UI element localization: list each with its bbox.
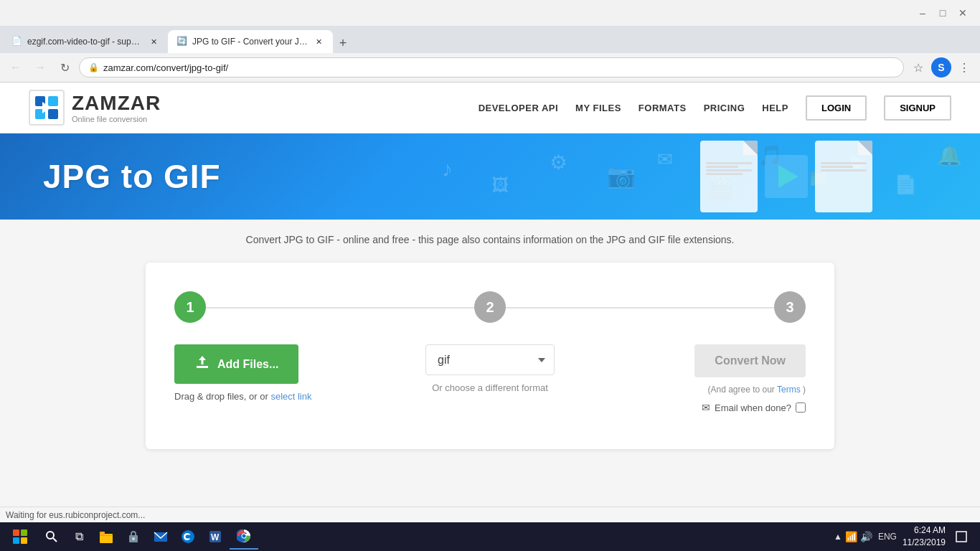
address-bar: ← → ↻ 🔒 zamzar.com/convert/jpg-to-gif/ ☆… — [0, 53, 980, 82]
logo-area[interactable]: ZAMZAR Online file conversion — [29, 90, 161, 126]
tab-2-favicon: 🔄 — [176, 36, 188, 47]
tabs-bar: 📄 ezgif.com-video-to-gif - support ✕ 🔄 J… — [0, 26, 980, 53]
logo-text-area: ZAMZAR Online file conversion — [72, 92, 161, 123]
status-text: Waiting for eus.rubiconproject.com... — [6, 510, 974, 520]
step-3-column: Convert Now (And agree to our Terms ) ✉ … — [605, 344, 806, 413]
logo-name: ZAMZAR — [72, 92, 161, 115]
language-indicator: ENG — [878, 532, 897, 542]
tab-1[interactable]: 📄 ezgif.com-video-to-gif - support ✕ — [3, 30, 168, 53]
mail-button[interactable] — [148, 524, 174, 550]
title-bar: – □ ✕ — [0, 0, 980, 26]
url-text: zamzar.com/convert/jpg-to-gif/ — [103, 62, 228, 73]
secure-icon: 🔒 — [88, 62, 99, 72]
add-files-label: Add Files... — [217, 358, 278, 371]
step-2-column: gif png jpg bmp tiff pdf Or choose a dif… — [390, 344, 590, 393]
signup-button[interactable]: SIGNUP — [884, 95, 951, 121]
taskbar-clock[interactable]: 6:24 AM 11/23/2019 — [903, 524, 946, 549]
converter-box: 1 2 3 Add Files... — [146, 263, 834, 449]
word-button[interactable]: W — [202, 524, 228, 550]
main-section: Convert JPG to GIF - online and free - t… — [0, 220, 980, 471]
tab-1-close[interactable]: ✕ — [148, 36, 159, 47]
email-icon: ✉ — [702, 402, 710, 413]
minimize-button[interactable]: – — [917, 7, 928, 19]
svg-text:🖼: 🖼 — [492, 175, 509, 194]
chrome-taskbar-app[interactable] — [230, 524, 258, 550]
browser-chrome: – □ ✕ 📄 ezgif.com-video-to-gif - support… — [0, 0, 980, 83]
nav-formats[interactable]: FORMATS — [639, 103, 687, 113]
close-button[interactable]: ✕ — [957, 7, 969, 19]
step-3-circle: 3 — [774, 291, 806, 323]
windows-logo — [13, 529, 27, 544]
credential-manager-button[interactable] — [121, 524, 146, 550]
profile-button[interactable]: S — [931, 57, 951, 77]
network-icon: 📶 — [845, 531, 857, 542]
login-button[interactable]: LOGIN — [806, 95, 867, 121]
forward-button[interactable]: → — [30, 57, 50, 77]
terms-link[interactable]: Terms — [777, 385, 801, 395]
system-tray: ▲ 📶 🔊 — [834, 531, 872, 542]
language-text: ENG — [878, 532, 897, 542]
svg-rect-29 — [956, 532, 966, 542]
tab-2[interactable]: 🔄 JPG to GIF - Convert your JPG to... ✕ — [168, 30, 333, 53]
volume-icon[interactable]: 🔊 — [860, 531, 872, 542]
start-button[interactable] — [3, 524, 37, 550]
banner-arrow-icon — [765, 155, 808, 198]
tab-1-title: ezgif.com-video-to-gif - support — [27, 37, 143, 47]
clock-time: 6:24 AM — [903, 524, 946, 537]
new-tab-button[interactable]: + — [333, 33, 353, 53]
file-explorer-button[interactable] — [93, 524, 119, 550]
svg-point-23 — [182, 530, 194, 543]
tab-2-title: JPG to GIF - Convert your JPG to... — [192, 37, 308, 47]
svg-text:📄: 📄 — [894, 173, 918, 196]
svg-text:♪: ♪ — [442, 157, 453, 181]
nav-my-files[interactable]: MY FILES — [575, 103, 621, 113]
tab-2-close[interactable]: ✕ — [313, 36, 324, 47]
banner: JPG to GIF ♪ 🖼 ⚙ 📷 ✉ 🎬 🎵 📁 ▶ 📄 🔔 — [0, 133, 980, 220]
banner-title: JPG to GIF — [43, 157, 221, 196]
bookmark-button[interactable]: ☆ — [908, 57, 928, 77]
nav-links: DEVELOPER API MY FILES FORMATS PRICING H… — [479, 95, 951, 121]
task-view-button[interactable]: ⧉ — [66, 524, 92, 550]
svg-text:⚙: ⚙ — [550, 151, 567, 174]
add-files-button[interactable]: Add Files... — [174, 344, 298, 384]
nav-pricing[interactable]: PRICING — [704, 103, 745, 113]
format-select[interactable]: gif png jpg bmp tiff pdf — [425, 344, 555, 375]
step-1-column: Add Files... Drag & drop files, or or se… — [174, 344, 375, 402]
clock-date: 11/23/2019 — [903, 537, 946, 549]
address-input[interactable]: 🔒 zamzar.com/convert/jpg-to-gif/ — [79, 57, 904, 77]
chrome-icon — [237, 529, 251, 543]
status-bar: Waiting for eus.rubiconproject.com... — [0, 507, 980, 522]
banner-graphic — [700, 141, 872, 212]
svg-point-16 — [47, 532, 54, 539]
taskbar-right: ▲ 📶 🔊 ENG 6:24 AM 11/23/2019 — [834, 524, 977, 549]
email-checkbox[interactable] — [796, 402, 806, 413]
reload-button[interactable]: ↻ — [55, 57, 75, 77]
step-2-circle: 2 — [474, 291, 506, 323]
restore-button[interactable]: □ — [937, 7, 948, 19]
logo-tagline: Online file conversion — [72, 115, 161, 123]
svg-rect-19 — [100, 532, 105, 535]
menu-button[interactable]: ⋮ — [954, 57, 974, 77]
logo-icon — [29, 90, 65, 126]
format-help-text: Or choose a different format — [432, 382, 548, 393]
svg-text:🔔: 🔔 — [937, 143, 962, 167]
svg-text:📷: 📷 — [607, 162, 636, 189]
steps-row: 1 2 3 — [174, 291, 806, 323]
convert-now-button[interactable]: Convert Now — [694, 344, 806, 377]
site-header: ZAMZAR Online file conversion DEVELOPER … — [0, 83, 980, 133]
edge-browser-button[interactable] — [175, 524, 201, 550]
nav-help[interactable]: HELP — [762, 103, 788, 113]
taskbar: ⧉ W — [0, 522, 980, 551]
window-controls[interactable]: – □ ✕ — [917, 7, 969, 19]
step-1-circle: 1 — [174, 291, 206, 323]
actions-row: Add Files... Drag & drop files, or or se… — [174, 344, 806, 413]
description-text: Convert JPG to GIF - online and free - t… — [0, 234, 980, 245]
back-button[interactable]: ← — [6, 57, 26, 77]
search-taskbar-button[interactable] — [39, 524, 65, 550]
select-link[interactable]: select link — [270, 391, 311, 402]
tray-expand[interactable]: ▲ — [834, 532, 842, 542]
email-row: ✉ Email when done? — [702, 402, 806, 413]
svg-text:✉: ✉ — [657, 149, 673, 170]
notification-button[interactable] — [951, 527, 971, 547]
nav-developer-api[interactable]: DEVELOPER API — [479, 103, 558, 113]
